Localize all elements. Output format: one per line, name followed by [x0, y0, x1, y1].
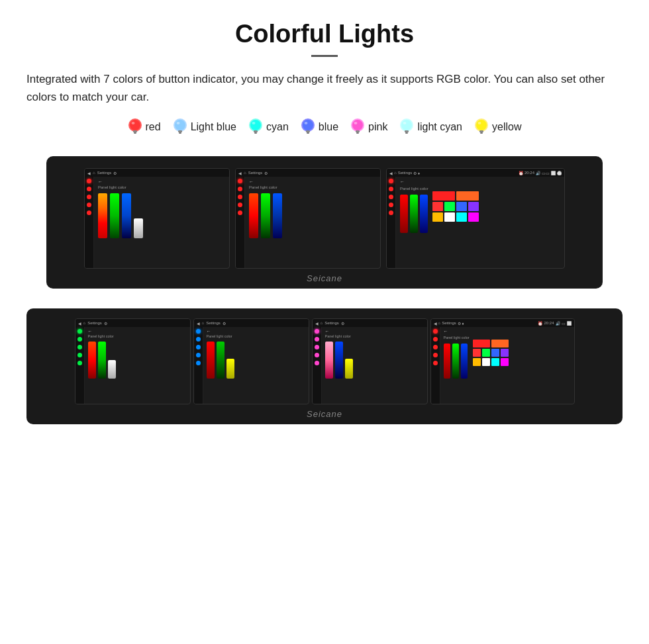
- svg-rect-32: [479, 130, 483, 132]
- color-label-lightblue: Light blue: [191, 121, 236, 133]
- svg-rect-12: [254, 130, 258, 132]
- bottom-screens-row: ◀ ⌂ Settings ⚙ ←: [26, 308, 623, 424]
- svg-rect-13: [254, 132, 257, 134]
- title-divider: [311, 55, 338, 57]
- svg-rect-7: [178, 130, 182, 132]
- bulb-icon-red: [128, 118, 142, 136]
- bulb-icon-pink: [350, 118, 365, 136]
- color-row: red Light blue cyan: [26, 118, 623, 136]
- bulb-icon-lightcyan: [399, 118, 414, 136]
- svg-rect-22: [356, 130, 360, 132]
- status-bar-bot1: ◀ ⌂ Settings ⚙: [75, 319, 190, 327]
- svg-point-4: [131, 122, 134, 124]
- main-title: Colorful Lights: [26, 20, 623, 48]
- bulb-icon-cyan: [248, 118, 263, 136]
- color-label-blue: blue: [319, 121, 338, 133]
- color-label-lightcyan: light cyan: [417, 121, 462, 133]
- screen-bot-2: ◀ ⌂ Settings ⚙ ←: [193, 318, 309, 404]
- color-item-cyan: cyan: [248, 118, 289, 136]
- status-bar-bot4: ◀ ⌂ Settings ⚙ ♦ ⏰20:24🔊▭⬜: [431, 319, 574, 327]
- color-item-lightcyan: light cyan: [399, 118, 462, 136]
- svg-rect-2: [133, 130, 137, 132]
- color-label-pink: pink: [368, 121, 387, 133]
- svg-point-9: [176, 122, 179, 124]
- svg-rect-18: [307, 132, 309, 134]
- svg-point-14: [252, 122, 256, 124]
- watermark-bottom: Seicane: [307, 409, 342, 419]
- svg-point-19: [304, 122, 307, 124]
- color-label-cyan: cyan: [266, 121, 289, 133]
- color-item-yellow: yellow: [474, 118, 521, 136]
- screens-section: ◀ ⌂ Settings ⚙: [26, 156, 623, 424]
- color-item-blue: blue: [301, 118, 338, 136]
- top-screens-row: ◀ ⌂ Settings ⚙: [46, 156, 603, 289]
- screen-top-1: ◀ ⌂ Settings ⚙: [84, 168, 230, 269]
- svg-rect-23: [356, 132, 359, 134]
- bulb-icon-blue: [301, 118, 315, 136]
- svg-point-29: [403, 122, 407, 124]
- screen-bot-1: ◀ ⌂ Settings ⚙ ←: [75, 318, 191, 404]
- screen-top-3: ◀ ⌂ Settings ⚙ ♦ ⏰20:24🔊▭▭⬜⚪: [386, 168, 565, 269]
- color-item-red: red: [128, 118, 161, 136]
- svg-rect-8: [179, 132, 181, 134]
- page-wrapper: Colorful Lights Integrated with 7 colors…: [0, 0, 649, 451]
- color-label-red: red: [146, 121, 161, 133]
- color-item-pink: pink: [350, 118, 387, 136]
- color-label-yellow: yellow: [492, 121, 521, 133]
- status-bar-3: ◀ ⌂ Settings ⚙ ♦ ⏰20:24🔊▭▭⬜⚪: [387, 169, 564, 177]
- screen-top-2: ◀ ⌂ Settings ⚙: [235, 168, 381, 269]
- description: Integrated with 7 colors of button indic…: [26, 70, 623, 106]
- color-item-lightblue: Light blue: [173, 118, 236, 136]
- svg-rect-27: [405, 130, 409, 132]
- svg-rect-3: [134, 132, 136, 134]
- screen-bot-4: ◀ ⌂ Settings ⚙ ♦ ⏰20:24🔊▭⬜: [430, 318, 575, 404]
- status-bar-1: ◀ ⌂ Settings ⚙: [85, 169, 229, 177]
- screen-bot-3: ◀ ⌂ Settings ⚙ ←: [312, 318, 428, 404]
- svg-rect-28: [405, 132, 408, 134]
- svg-rect-33: [480, 132, 483, 134]
- status-bar-2: ◀ ⌂ Settings ⚙: [236, 169, 380, 177]
- svg-rect-17: [306, 130, 310, 132]
- status-bar-bot3: ◀ ⌂ Settings ⚙: [313, 319, 427, 327]
- watermark-top: Seicane: [307, 273, 342, 283]
- svg-point-24: [354, 122, 358, 124]
- status-bar-bot2: ◀ ⌂ Settings ⚙: [194, 319, 309, 327]
- svg-point-34: [478, 122, 481, 124]
- bulb-icon-lightblue: [173, 118, 187, 136]
- bulb-icon-yellow: [474, 118, 489, 136]
